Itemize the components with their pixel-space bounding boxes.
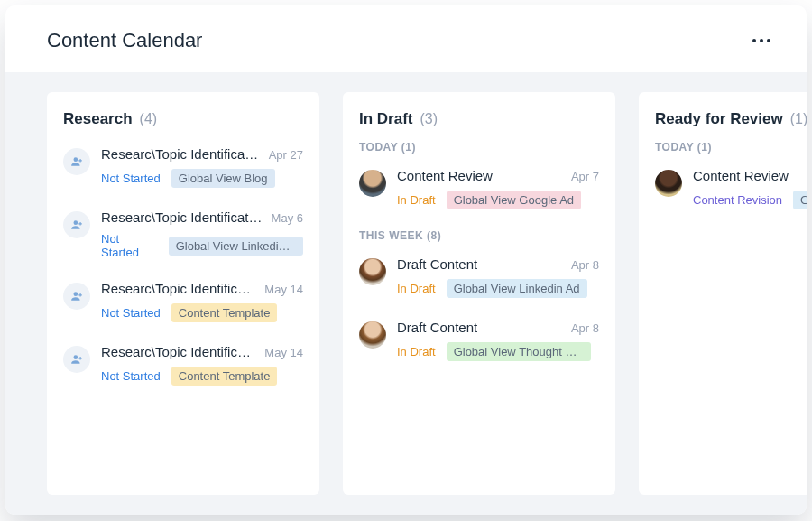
column-header: Research(4) xyxy=(63,110,303,128)
card-body: Researc\Topic Identifica…May 14Not Start… xyxy=(101,344,303,386)
card-title: Content Review xyxy=(693,168,789,183)
column-title: Ready for Review xyxy=(655,110,783,128)
tag: Global View Linkedin Ad xyxy=(169,237,303,256)
card-body: Content ReviewApr 7In DraftGlobal View G… xyxy=(397,168,599,209)
card-date: May 14 xyxy=(264,283,303,296)
card-meta: Not StartedGlobal View Blog xyxy=(101,169,303,188)
card-meta: In DraftGlobal View Thought Lea… xyxy=(397,342,599,361)
unassigned-icon[interactable] xyxy=(63,148,90,175)
more-icon-dot xyxy=(760,39,763,42)
tag: Global View Linkedin Ad xyxy=(447,279,587,298)
tag: Content Template xyxy=(171,367,278,386)
card-meta: In DraftGlobal View Google Ad xyxy=(397,191,599,209)
card[interactable]: Draft ContentApr 8In DraftGlobal View Th… xyxy=(359,314,599,377)
card-top: Content Review xyxy=(693,168,807,183)
card-date: Apr 7 xyxy=(571,170,599,183)
tag: Content Template xyxy=(171,303,278,322)
card-top: Draft ContentApr 8 xyxy=(397,256,599,272)
card[interactable]: Researc\Topic Identificat…May 6Not Start… xyxy=(63,204,303,275)
card-title: Researc\Topic Identifica… xyxy=(101,344,257,359)
card-body: Content ReviewContent RevisionGlo xyxy=(693,168,807,209)
column: In Draft(3)TODAY (1)Content ReviewApr 7I… xyxy=(343,92,615,495)
card-top: Content ReviewApr 7 xyxy=(397,168,599,183)
status-label: Not Started xyxy=(101,232,158,259)
section-label: TODAY (1) xyxy=(359,141,599,154)
board: Research(4)Researc\Topic Identificat…Apr… xyxy=(47,92,807,495)
card-title: Draft Content xyxy=(397,256,477,272)
card-meta: Not StartedContent Template xyxy=(101,367,303,386)
card-body: Researc\Topic Identificat…Apr 27Not Star… xyxy=(101,146,303,188)
card-body: Researc\Topic Identifica…May 14Not Start… xyxy=(101,281,303,322)
column: Ready for Review(1)TODAY (1)Content Revi… xyxy=(639,92,807,495)
card-date: Apr 8 xyxy=(571,258,599,272)
card-meta: Content RevisionGlo xyxy=(693,191,807,209)
card-date: Apr 27 xyxy=(269,148,303,162)
more-menu-button[interactable] xyxy=(749,32,774,50)
card-meta: Not StartedContent Template xyxy=(101,303,303,322)
card[interactable]: Researc\Topic Identifica…May 14Not Start… xyxy=(63,275,303,339)
card-date: May 6 xyxy=(272,211,303,225)
tag: Global View Thought Lea… xyxy=(447,342,591,361)
unassigned-icon[interactable] xyxy=(63,283,90,310)
column-header: Ready for Review(1) xyxy=(655,110,807,128)
card-top: Researc\Topic Identifica…May 14 xyxy=(101,281,303,296)
unassigned-icon[interactable] xyxy=(63,211,90,238)
card-title: Draft Content xyxy=(397,320,477,335)
card-title: Content Review xyxy=(397,168,493,183)
card-top: Researc\Topic Identificat…May 6 xyxy=(101,209,303,225)
tag: Global View Google Ad xyxy=(447,191,581,209)
card-body: Researc\Topic Identificat…May 6Not Start… xyxy=(101,209,303,259)
status-label: Content Revision xyxy=(693,193,782,207)
card[interactable]: Draft ContentApr 8In DraftGlobal View Li… xyxy=(359,251,599,314)
card[interactable]: Researc\Topic Identifica…May 14Not Start… xyxy=(63,339,303,402)
column-count: (4) xyxy=(140,111,158,127)
column-count: (1) xyxy=(790,111,807,127)
card-date: Apr 8 xyxy=(571,321,599,335)
status-label: Not Started xyxy=(101,306,161,320)
card-meta: Not StartedGlobal View Linkedin Ad xyxy=(101,232,303,259)
card-title: Researc\Topic Identificat… xyxy=(101,209,262,225)
status-label: In Draft xyxy=(397,345,436,358)
status-label: In Draft xyxy=(397,282,436,295)
avatar[interactable] xyxy=(359,321,386,349)
more-icon-dot xyxy=(752,39,756,42)
section-label: TODAY (1) xyxy=(655,141,807,154)
card-body: Draft ContentApr 8In DraftGlobal View Th… xyxy=(397,320,599,361)
column-header: In Draft(3) xyxy=(359,110,599,128)
card[interactable]: Researc\Topic Identificat…Apr 27Not Star… xyxy=(63,141,303,204)
page-title: Content Calendar xyxy=(47,29,202,52)
tag: Glo xyxy=(793,191,807,209)
column-count: (3) xyxy=(420,111,438,127)
column-title: Research xyxy=(63,110,133,128)
column-title: In Draft xyxy=(359,110,413,128)
card-top: Researc\Topic Identificat…Apr 27 xyxy=(101,146,303,162)
tag: Global View Blog xyxy=(171,169,275,188)
card-title: Researc\Topic Identificat… xyxy=(101,146,262,162)
card[interactable]: Content ReviewApr 7In DraftGlobal View G… xyxy=(359,163,599,226)
card-date: May 14 xyxy=(264,346,303,359)
section-label: THIS WEEK (8) xyxy=(359,229,599,242)
avatar[interactable] xyxy=(655,170,682,197)
card-body: Draft ContentApr 8In DraftGlobal View Li… xyxy=(397,256,599,298)
board-wrap: Research(4)Researc\Topic Identificat…Apr… xyxy=(5,72,807,515)
card-meta: In DraftGlobal View Linkedin Ad xyxy=(397,279,599,298)
header: Content Calendar xyxy=(5,5,807,72)
card-title: Researc\Topic Identifica… xyxy=(101,281,257,296)
column: Research(4)Researc\Topic Identificat…Apr… xyxy=(47,92,319,495)
unassigned-icon[interactable] xyxy=(63,346,90,373)
app-window: Content Calendar Research(4)Researc\Topi… xyxy=(5,5,807,515)
card-top: Researc\Topic Identifica…May 14 xyxy=(101,344,303,359)
card[interactable]: Content ReviewContent RevisionGlo xyxy=(655,163,807,226)
avatar[interactable] xyxy=(359,258,386,285)
status-label: Not Started xyxy=(101,172,161,185)
status-label: In Draft xyxy=(397,193,436,207)
card-top: Draft ContentApr 8 xyxy=(397,320,599,335)
status-label: Not Started xyxy=(101,369,161,383)
avatar[interactable] xyxy=(359,170,386,197)
more-icon-dot xyxy=(767,39,770,42)
